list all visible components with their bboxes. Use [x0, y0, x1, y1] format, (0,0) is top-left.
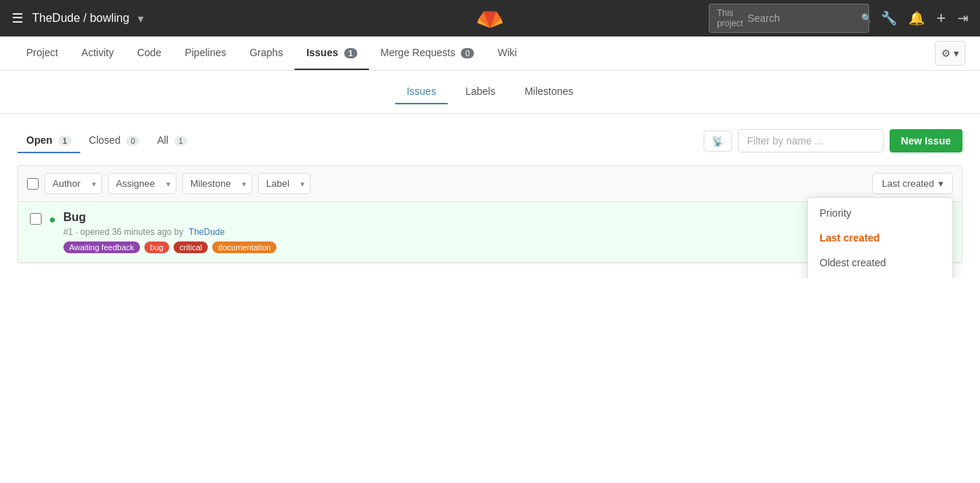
- assignee-dropdown[interactable]: Assignee: [108, 173, 176, 194]
- label-dropdown-wrap: Label: [258, 173, 311, 194]
- gitlab-fox-icon: [477, 4, 503, 31]
- search-input[interactable]: [747, 12, 857, 24]
- filter-bar: Open 1 Closed 0 All 1 📡 New Issue: [18, 128, 962, 153]
- project-dropdown-icon[interactable]: ▾: [138, 12, 144, 26]
- rss-button[interactable]: 📡: [704, 131, 732, 152]
- select-all-checkbox[interactable]: [27, 178, 39, 190]
- project-title[interactable]: TheDude / bowling: [32, 12, 129, 25]
- subnav-milestones[interactable]: Milestones: [513, 80, 585, 104]
- nav-project[interactable]: Project: [15, 36, 70, 70]
- label-dropdown[interactable]: Label: [258, 173, 311, 194]
- nav-activity[interactable]: Activity: [70, 36, 125, 70]
- secondary-nav: Project Activity Code Pipelines Graphs I…: [0, 36, 980, 71]
- sort-dropdown-icon: ▾: [938, 178, 944, 189]
- nav-graphs[interactable]: Graphs: [238, 36, 295, 70]
- wrench-button[interactable]: 🔧: [881, 10, 897, 26]
- label-documentation[interactable]: documentation: [212, 242, 276, 253]
- issues-count-badge: 1: [344, 48, 357, 58]
- milestone-dropdown-wrap: Milestone: [182, 173, 252, 194]
- filter-tabs: Open 1 Closed 0 All 1: [18, 128, 196, 153]
- author-dropdown[interactable]: Author: [44, 173, 102, 194]
- sort-option-last-updated[interactable]: Last updated: [808, 275, 952, 278]
- issues-area: Open 1 Closed 0 All 1 📡 New Issue Autho: [0, 114, 980, 278]
- search-project-label: This project: [717, 8, 743, 28]
- sort-filter-row: Author Assignee Milestone Label Last cre…: [18, 165, 962, 202]
- global-search-box[interactable]: This project 🔍: [709, 4, 869, 33]
- sort-option-oldest-created[interactable]: Oldest created: [808, 250, 952, 275]
- milestone-dropdown[interactable]: Milestone: [182, 173, 252, 194]
- nav-merge-requests[interactable]: Merge Requests 0: [369, 36, 486, 70]
- nav-issues[interactable]: Issues 1: [295, 36, 369, 70]
- sort-option-last-created[interactable]: Last created: [808, 225, 952, 250]
- rss-icon: 📡: [712, 136, 724, 147]
- search-icon: 🔍: [861, 13, 872, 23]
- sort-right: Last created ▾ Priority Last created Old…: [872, 173, 953, 194]
- issue-open-icon: ●: [49, 213, 56, 226]
- top-nav-left: ☰ TheDude / bowling ▾: [12, 10, 144, 26]
- new-issue-button[interactable]: New Issue: [890, 129, 962, 152]
- assignee-dropdown-wrap: Assignee: [108, 173, 176, 194]
- bell-button[interactable]: 🔔: [909, 10, 925, 26]
- filter-name-input[interactable]: [738, 129, 884, 152]
- subnav-labels[interactable]: Labels: [454, 80, 507, 104]
- sort-label: Last created: [882, 178, 934, 189]
- sub-nav: Issues Labels Milestones: [0, 71, 980, 114]
- nav-pipelines[interactable]: Pipelines: [173, 36, 238, 70]
- label-awaiting-feedback[interactable]: Awaiting feedback: [63, 242, 140, 253]
- nav-wiki[interactable]: Wiki: [486, 36, 528, 70]
- all-count: 1: [174, 136, 187, 146]
- filter-right: 📡 New Issue: [704, 129, 962, 152]
- signout-button[interactable]: ⇥: [957, 10, 968, 26]
- sort-button[interactable]: Last created ▾: [872, 173, 953, 194]
- issue-author-link[interactable]: TheDude: [189, 227, 225, 237]
- plus-button[interactable]: +: [936, 9, 946, 28]
- secondary-nav-links: Project Activity Code Pipelines Graphs I…: [15, 36, 529, 70]
- author-dropdown-wrap: Author: [44, 173, 102, 194]
- merge-requests-count-badge: 0: [461, 48, 474, 58]
- settings-button[interactable]: ⚙ ▾: [935, 41, 965, 66]
- subnav-issues[interactable]: Issues: [395, 80, 448, 104]
- filter-tab-closed[interactable]: Closed 0: [80, 128, 149, 153]
- label-critical[interactable]: critical: [174, 242, 208, 253]
- nav-code[interactable]: Code: [125, 36, 173, 70]
- closed-count: 0: [126, 136, 139, 146]
- issue-checkbox[interactable]: [30, 213, 42, 225]
- gear-icon: ⚙: [941, 47, 951, 59]
- logo-area: [477, 4, 503, 33]
- filter-tab-all[interactable]: All 1: [148, 128, 196, 153]
- filter-tab-open[interactable]: Open 1: [18, 128, 80, 153]
- open-count: 1: [58, 136, 71, 146]
- settings-dropdown-icon: ▾: [954, 47, 959, 59]
- top-nav-right: This project 🔍 🔧 🔔 + ⇥: [709, 4, 968, 33]
- label-bug[interactable]: bug: [144, 242, 169, 253]
- top-nav: ☰ TheDude / bowling ▾ This project 🔍 🔧 🔔…: [0, 0, 980, 36]
- sort-option-priority[interactable]: Priority: [808, 201, 952, 225]
- sort-dropdown-menu: Priority Last created Oldest created Las…: [807, 197, 953, 278]
- hamburger-icon[interactable]: ☰: [12, 10, 23, 26]
